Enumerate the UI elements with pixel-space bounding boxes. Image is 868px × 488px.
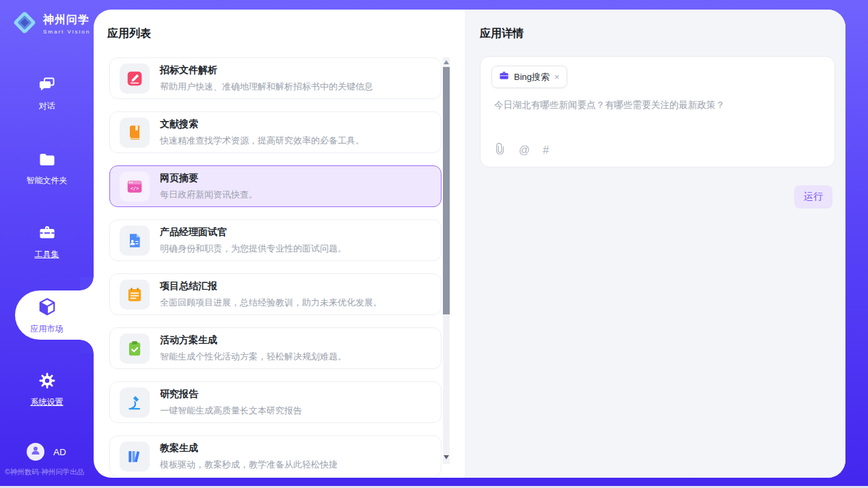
brand-subtitle: Smart Vision xyxy=(43,29,90,35)
app-card-title: 研究报告 xyxy=(160,388,302,401)
app-card-pm-interviewer[interactable]: 产品经理面试官 明确身份和职责，为您提供专业性的面试问题。 xyxy=(109,219,442,261)
person-icon xyxy=(29,444,42,459)
list-panel-title: 应用列表 xyxy=(107,27,151,41)
app-card-bid-document-analysis[interactable]: 招标文件解析 帮助用户快速、准确地理解和解析招标书中的关键信息 xyxy=(109,57,442,99)
hash-icon[interactable]: # xyxy=(543,144,549,157)
app-card-title: 网页摘要 xyxy=(160,172,258,185)
sidebar-item-app-market[interactable]: 应用市场 xyxy=(0,297,94,335)
run-button[interactable]: 运行 xyxy=(794,185,832,208)
sidebar-item-system-settings[interactable]: 系统设置 xyxy=(0,371,94,408)
sidebar-item-label: 系统设置 xyxy=(0,396,94,408)
app-window: 神州问学 Smart Vision 对话 智能文件夹 xyxy=(0,0,868,488)
app-card-description: 全面回顾项目进展，总结经验教训，助力未来优化发展。 xyxy=(160,297,382,309)
brand-logo: 神州问学 Smart Vision xyxy=(11,9,90,39)
app-card-lesson-plan[interactable]: 教案生成 模板驱动，教案秒成，教学准备从此轻松快捷 xyxy=(109,435,442,477)
sidebar-item-toolset[interactable]: 工具集 xyxy=(0,223,94,260)
gear-icon xyxy=(38,371,57,393)
app-card-title: 招标文件解析 xyxy=(160,64,373,77)
close-icon[interactable]: × xyxy=(554,72,560,81)
toolbox-icon xyxy=(38,223,57,245)
notepad-icon xyxy=(120,280,150,310)
tool-tag-label: Bing搜索 xyxy=(514,71,550,83)
svg-text:</>: </> xyxy=(131,185,139,191)
app-card-research-report[interactable]: 研究报告 一键智能生成高质量长文本研究报告 xyxy=(109,381,442,423)
brand-name: 神州问学 xyxy=(43,14,90,25)
app-card-title: 教案生成 xyxy=(160,442,338,455)
sidebar-item-chat[interactable]: 对话 xyxy=(0,75,94,112)
app-card-activity-plan[interactable]: 活动方案生成 智能生成个性化活动方案，轻松解决规划难题。 xyxy=(109,327,442,369)
microscope-icon xyxy=(120,388,150,418)
app-card-description: 一键智能生成高质量长文本研究报告 xyxy=(160,405,302,417)
active-tab-fillet-top xyxy=(80,277,94,290)
folder-icon xyxy=(38,150,57,172)
mention-icon[interactable]: @ xyxy=(519,144,530,157)
sidebar-item-label: 应用市场 xyxy=(0,323,94,335)
app-card-title: 文献搜索 xyxy=(160,118,364,131)
person-document-icon xyxy=(120,226,150,256)
app-card-description: 模板驱动，教案秒成，教学准备从此轻松快捷 xyxy=(160,459,338,471)
user-name: AD xyxy=(53,447,66,457)
browser-code-icon: </> xyxy=(120,172,150,202)
app-card-title: 项目总结汇报 xyxy=(160,280,382,293)
avatar xyxy=(27,443,44,461)
sidebar-item-label: 对话 xyxy=(0,100,94,112)
app-card-web-summary[interactable]: </> 网页摘要 每日政府新闻资讯快查。 xyxy=(109,165,442,207)
app-detail-panel: 应用详情 Bing搜索 × 今日湖北有哪些新闻要点？有哪些需要关注的最新政策？ xyxy=(465,10,845,478)
app-card-description: 明确身份和职责，为您提供专业性的面试问题。 xyxy=(160,243,347,255)
clipboard-check-icon xyxy=(120,334,150,364)
app-list: 招标文件解析 帮助用户快速、准确地理解和解析招标书中的关键信息 文献搜索 快速精… xyxy=(109,57,442,477)
sidebar-item-label: 智能文件夹 xyxy=(0,175,94,187)
sidebar-item-smart-folder[interactable]: 智能文件夹 xyxy=(0,150,94,187)
app-card-project-summary[interactable]: 项目总结汇报 全面回顾项目进展，总结经验教训，助力未来优化发展。 xyxy=(109,273,442,315)
book-icon xyxy=(120,118,150,148)
chat-icon xyxy=(38,75,57,97)
detail-panel-title: 应用详情 xyxy=(480,27,524,41)
app-card-description: 每日政府新闻资讯快查。 xyxy=(160,189,258,201)
app-card-description: 帮助用户快速、准确地理解和解析招标书中的关键信息 xyxy=(160,81,373,93)
app-card-description: 智能生成个性化活动方案，轻松解决规划难题。 xyxy=(160,351,347,363)
active-tab-fillet-bottom xyxy=(80,340,94,353)
scrollbar-thumb[interactable] xyxy=(443,67,450,314)
tool-tag-bing-search[interactable]: Bing搜索 × xyxy=(491,66,567,88)
prompt-card: Bing搜索 × 今日湖北有哪些新闻要点？有哪些需要关注的最新政策？ @ # xyxy=(480,56,835,167)
prompt-textarea[interactable]: 今日湖北有哪些新闻要点？有哪些需要关注的最新政策？ xyxy=(494,99,821,111)
app-card-description: 快速精准查找学术资源，提高研究效率的必备工具。 xyxy=(160,135,364,147)
app-card-title: 产品经理面试官 xyxy=(160,226,347,239)
user-account[interactable]: AD xyxy=(0,443,94,463)
briefcase-icon xyxy=(499,70,509,83)
app-card-literature-search[interactable]: 文献搜索 快速精准查找学术资源，提高研究效率的必备工具。 xyxy=(109,111,442,153)
books-icon xyxy=(120,442,150,472)
pen-square-icon xyxy=(120,64,150,94)
copyright-footer: ©神州数码·神州问学出品 xyxy=(5,467,94,477)
scrollbar-down-arrow[interactable] xyxy=(444,455,449,459)
diamond-logo-icon xyxy=(11,9,38,39)
cube-icon xyxy=(37,297,57,320)
scrollbar-up-arrow[interactable] xyxy=(444,60,449,64)
main-content: 应用详情 Bing搜索 × 今日湖北有哪些新闻要点？有哪些需要关注的最新政策？ xyxy=(94,10,845,478)
app-card-title: 活动方案生成 xyxy=(160,334,347,347)
sidebar-item-label: 工具集 xyxy=(0,249,94,260)
attachment-icon[interactable] xyxy=(494,143,506,157)
